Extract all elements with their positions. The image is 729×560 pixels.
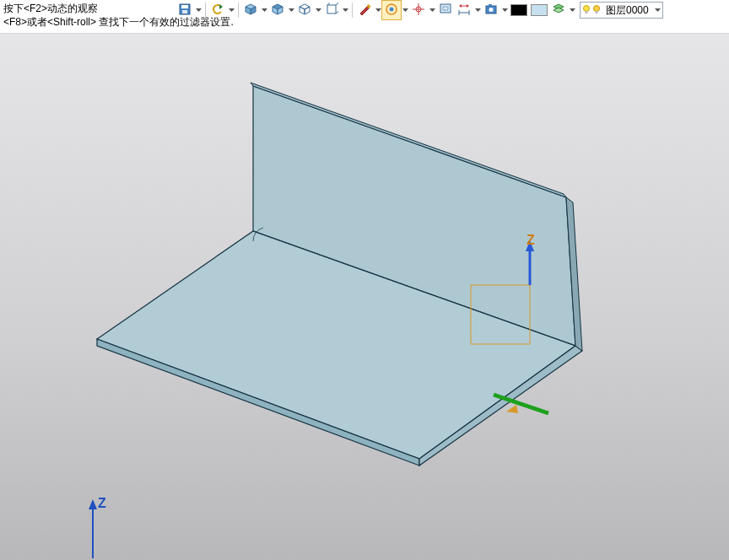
layer-selector[interactable]: 图层0000: [580, 2, 663, 19]
svg-point-42: [489, 8, 494, 12]
save-button[interactable]: [176, 1, 194, 19]
svg-marker-15: [300, 7, 305, 14]
svg-marker-31: [429, 8, 435, 12]
view-outline-dropdown[interactable]: [341, 8, 349, 12]
view-iso-dropdown[interactable]: [260, 8, 268, 12]
light-swatch-icon: [531, 4, 548, 16]
undo-icon: [211, 3, 224, 19]
orbit-dropdown[interactable]: [401, 8, 409, 12]
svg-marker-44: [502, 8, 508, 12]
svg-rect-1: [181, 5, 188, 8]
svg-rect-2: [182, 10, 187, 13]
brush-dropdown[interactable]: [374, 8, 382, 12]
svg-marker-14: [300, 4, 310, 9]
triad-z-label: Z: [98, 496, 106, 510]
svg-marker-13: [289, 8, 294, 12]
cube-wire-icon: [298, 3, 311, 19]
svg-marker-52: [655, 8, 661, 12]
svg-marker-22: [343, 8, 348, 12]
orbit-button[interactable]: [382, 1, 401, 19]
svg-marker-9: [262, 8, 267, 12]
measure-icon: [457, 3, 471, 19]
orbit-icon: [385, 3, 398, 19]
layer-dropdown[interactable]: [654, 8, 662, 12]
layers-icon: [552, 3, 565, 19]
svg-marker-3: [196, 8, 202, 12]
svg-line-20: [336, 3, 338, 5]
brush-icon: [358, 3, 371, 19]
viewport-3d[interactable]: Z Z: [0, 34, 729, 560]
bulb-on-icon: [582, 4, 591, 16]
svg-rect-18: [327, 5, 336, 13]
capture-button[interactable]: [482, 1, 500, 19]
svg-marker-5: [229, 8, 235, 12]
bulb-dim-icon: [592, 4, 601, 16]
undo-dropdown[interactable]: [227, 8, 235, 12]
svg-point-48: [584, 6, 590, 12]
app: 按下<F2>动态的观察 <F8>或者<Shift-roll> 查找下一个有效的过…: [0, 0, 729, 560]
svg-marker-46: [554, 8, 564, 13]
camera-icon: [484, 3, 498, 19]
measure-button[interactable]: [455, 1, 473, 19]
svg-marker-4: [219, 4, 223, 9]
svg-point-26: [390, 7, 394, 11]
svg-marker-24: [375, 8, 381, 12]
target-dropdown[interactable]: [428, 8, 436, 12]
target-button[interactable]: [409, 1, 428, 19]
light-swatch-button[interactable]: [529, 1, 549, 19]
part-model: [97, 83, 582, 466]
svg-marker-39: [467, 4, 469, 8]
separator: [205, 3, 206, 18]
svg-marker-65: [89, 499, 97, 509]
brush-button[interactable]: [355, 1, 374, 19]
measure-dropdown[interactable]: [473, 8, 482, 12]
toolbar: 图层0000: [176, 0, 663, 20]
layers-button[interactable]: [549, 1, 568, 19]
svg-rect-43: [489, 4, 492, 6]
save-dropdown[interactable]: [194, 8, 202, 12]
svg-marker-38: [459, 4, 462, 8]
svg-marker-16: [305, 7, 310, 14]
cube-outline-icon: [325, 3, 338, 19]
cube-iso-icon: [244, 3, 257, 19]
view-outline-button[interactable]: [322, 1, 341, 19]
layers-dropdown[interactable]: [568, 8, 576, 12]
svg-rect-51: [596, 11, 598, 13]
svg-marker-63: [506, 405, 518, 413]
view-top-dropdown[interactable]: [287, 8, 295, 12]
cube-top-icon: [271, 3, 284, 19]
save-icon: [178, 3, 192, 19]
undo-button[interactable]: [208, 1, 227, 19]
svg-marker-40: [475, 8, 481, 12]
svg-point-50: [594, 6, 600, 12]
svg-marker-47: [570, 8, 575, 12]
separator: [352, 3, 353, 18]
black-swatch-button[interactable]: [509, 1, 529, 19]
separator: [238, 3, 239, 18]
layer-visibility-icons: [580, 4, 602, 16]
zoom-window-icon: [439, 3, 452, 19]
layer-name-label: 图层0000: [602, 3, 654, 18]
view-wire-dropdown[interactable]: [314, 8, 322, 12]
hint-line1: 按下<F2>动态的观察: [3, 3, 98, 14]
svg-rect-49: [586, 11, 588, 13]
svg-marker-17: [316, 8, 321, 12]
axis-z-label: Z: [526, 233, 535, 247]
capture-dropdown[interactable]: [500, 8, 509, 12]
top-bar: 按下<F2>动态的观察 <F8>或者<Shift-roll> 查找下一个有效的过…: [0, 0, 729, 34]
svg-rect-32: [440, 4, 451, 13]
zoom-window-button[interactable]: [436, 1, 455, 19]
view-iso-button[interactable]: [241, 1, 260, 19]
orientation-triad: Z: [89, 496, 106, 558]
target-icon: [412, 3, 425, 19]
view-wire-button[interactable]: [295, 1, 314, 19]
black-swatch-icon: [510, 4, 527, 16]
view-top-button[interactable]: [268, 1, 287, 19]
svg-marker-27: [402, 8, 408, 12]
